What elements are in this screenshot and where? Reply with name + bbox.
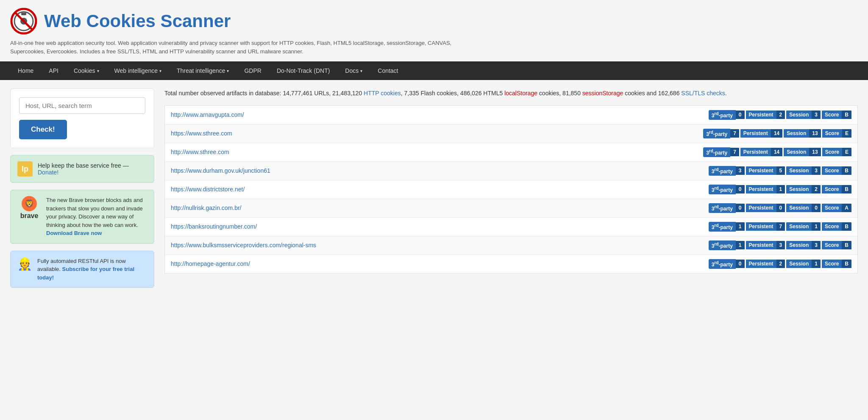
third-party-badge-value: 7: [730, 148, 739, 156]
nav-docs-dropdown[interactable]: Docs ▾: [337, 61, 370, 80]
badge-group: 3rd-party 7 Persistent 14 Session 13 Sco…: [587, 147, 852, 157]
nav-dnt[interactable]: Do-Not-Track (DNT): [269, 61, 337, 80]
score-badge-value: B: [842, 260, 851, 268]
session-badge-value: 1: [812, 222, 821, 231]
persistent-badge-label: Persistent: [746, 241, 776, 249]
persistent-badge-label: Persistent: [746, 204, 776, 212]
result-url-cell: http://www.sthree.com: [165, 143, 581, 161]
session-badge-value: 3: [812, 241, 821, 249]
api-text: Fully automated RESTful API is now avail…: [37, 257, 147, 282]
results-table: http://www.arnavgupta.com/ 3rd-party 0 P…: [164, 105, 858, 274]
result-url-link[interactable]: http://www.arnavgupta.com/: [171, 111, 244, 118]
badge-group: 3rd-party 1 Persistent 3 Session 3 Score…: [587, 240, 852, 250]
persistent-badge: Persistent 14: [740, 147, 782, 157]
third-party-badge-value: 0: [736, 185, 745, 193]
score-badge: Score A: [822, 203, 851, 213]
session-badge-label: Session: [786, 204, 812, 212]
persistent-badge-value: 7: [776, 222, 785, 231]
ssl-tls-link[interactable]: SSL/TLS checks: [681, 90, 725, 97]
http-cookies-link[interactable]: HTTP cookies: [364, 90, 401, 97]
page-header: Web Cookies Scanner: [0, 0, 868, 39]
persistent-badge-value: 3: [776, 241, 785, 249]
third-party-badge: 3rd-party 1: [709, 240, 745, 250]
persistent-badge-value: 14: [771, 148, 782, 156]
score-badge: Score E: [822, 147, 851, 157]
result-url-link[interactable]: https://www.districtstore.net/: [171, 186, 245, 193]
table-row: http://nullrisk.gazin.com.br/ 3rd-party …: [165, 199, 858, 217]
badge-group: 3rd-party 0 Persistent 2 Session 1 Score…: [587, 259, 852, 269]
third-party-badge: 3rd-party 0: [709, 110, 745, 120]
persistent-badge-label: Persistent: [746, 222, 776, 231]
left-column: Check! lp Help keep the base service fre…: [10, 88, 154, 288]
session-badge-label: Session: [786, 111, 812, 119]
result-url-cell: https://www.durham.gov.uk/junction61: [165, 161, 581, 180]
brave-icon-circle: 🦁: [22, 196, 37, 211]
persistent-badge-value: 14: [771, 129, 782, 138]
donate-icon: lp: [17, 161, 33, 177]
persistent-badge: Persistent 1: [746, 185, 785, 194]
persistent-badge-value: 2: [776, 260, 785, 268]
result-url-cell: https://www.bulksmsserviceproviders.com/…: [165, 236, 581, 254]
check-button[interactable]: Check!: [19, 120, 67, 139]
result-url-cell: https://www.sthree.com: [165, 124, 581, 143]
third-party-badge-value: 3: [736, 166, 745, 175]
api-icon: 👷: [17, 257, 32, 271]
third-party-badge-label: 3rd-party: [709, 166, 736, 176]
third-party-badge: 3rd-party 0: [709, 185, 745, 194]
session-badge-value: 3: [812, 166, 821, 175]
score-badge-value: B: [842, 185, 851, 193]
score-badge-label: Score: [822, 129, 842, 138]
app-logo-icon: [10, 8, 37, 35]
third-party-badge: 3rd-party 1: [709, 222, 745, 232]
score-badge-label: Score: [822, 222, 842, 231]
result-url-cell: https://www.districtstore.net/: [165, 180, 581, 199]
session-badge: Session 2: [786, 185, 821, 194]
nav-docs-label: Docs: [345, 67, 359, 74]
result-url-link[interactable]: https://www.sthree.com: [171, 130, 232, 137]
persistent-badge-label: Persistent: [746, 166, 776, 175]
donate-link[interactable]: Donate!: [38, 169, 58, 176]
persistent-badge: Persistent 3: [746, 240, 785, 250]
svg-rect-3: [21, 13, 26, 15]
search-input[interactable]: [19, 97, 145, 114]
session-badge: Session 3: [786, 110, 821, 120]
score-badge-value: B: [842, 166, 851, 175]
nav-threat-intelligence-label: Threat intelligence: [177, 67, 225, 74]
result-url-link[interactable]: http://www.sthree.com: [171, 149, 229, 155]
nav-web-intelligence-dropdown[interactable]: Web intelligence ▾: [107, 61, 169, 80]
session-badge-label: Session: [786, 241, 812, 249]
result-badges-cell: 3rd-party 7 Persistent 14 Session 13 Sco…: [581, 143, 858, 161]
score-badge-label: Score: [822, 148, 842, 156]
nav-api[interactable]: API: [41, 61, 66, 80]
session-badge-label: Session: [784, 129, 809, 138]
table-row: https://www.bulksmsserviceproviders.com/…: [165, 236, 858, 254]
session-badge-value: 13: [809, 148, 821, 156]
nav-home[interactable]: Home: [10, 61, 41, 80]
persistent-badge: Persistent 2: [746, 110, 785, 120]
result-url-link[interactable]: http://homepage-agentur.com/: [171, 260, 250, 267]
persistent-badge-label: Persistent: [746, 111, 776, 119]
score-badge-label: Score: [822, 260, 842, 268]
persistent-badge-value: 5: [776, 166, 785, 175]
score-badge-label: Score: [822, 111, 842, 119]
result-url-link[interactable]: http://nullrisk.gazin.com.br/: [171, 204, 242, 211]
donate-text: Help keep the base service free — Donate…: [38, 162, 147, 176]
score-badge-label: Score: [822, 204, 842, 212]
badge-group: 3rd-party 7 Persistent 14 Session 13 Sco…: [587, 129, 852, 138]
nav-threat-intelligence-dropdown[interactable]: Threat intelligence ▾: [169, 61, 236, 80]
nav-contact[interactable]: Contact: [370, 61, 406, 80]
nav-gdpr[interactable]: GDPR: [236, 61, 269, 80]
brave-download-link[interactable]: Download Brave now: [46, 230, 102, 236]
result-url-link[interactable]: https://www.durham.gov.uk/junction61: [171, 167, 270, 174]
result-url-link[interactable]: https://www.bulksmsserviceproviders.com/…: [171, 242, 316, 249]
persistent-badge-label: Persistent: [746, 185, 776, 193]
third-party-badge-label: 3rd-party: [709, 185, 736, 194]
nav-cookies-dropdown[interactable]: Cookies ▾: [66, 61, 107, 80]
session-badge: Session 3: [786, 166, 821, 176]
nav-cookies-label: Cookies: [74, 67, 95, 74]
score-badge-label: Score: [822, 166, 842, 175]
brave-brand-label: brave: [20, 212, 39, 220]
result-url-link[interactable]: https://banksroutingnumber.com/: [171, 223, 257, 230]
session-badge-value: 1: [812, 260, 821, 268]
score-badge-value: E: [842, 148, 851, 156]
